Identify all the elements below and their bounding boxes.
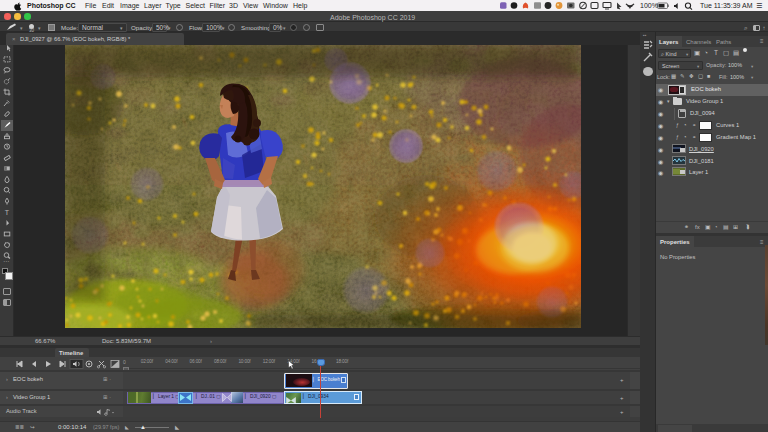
svg-text:T: T	[5, 209, 10, 216]
